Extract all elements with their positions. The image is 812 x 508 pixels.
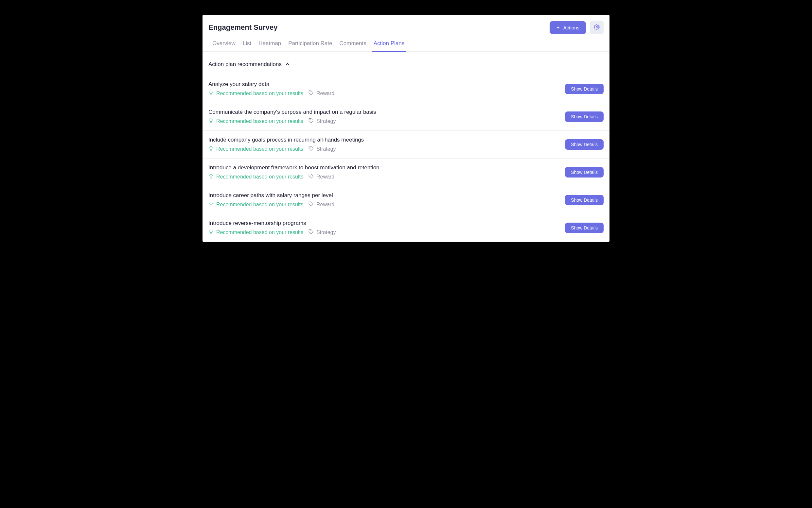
recommendation-reason: Recommended based on your results bbox=[208, 229, 303, 236]
tab-action-plans[interactable]: Action Plans bbox=[374, 40, 405, 51]
recommendation-meta: Recommended based on your resultsReward bbox=[208, 90, 334, 97]
recommendation-title: Introduce a development framework to boo… bbox=[208, 164, 380, 171]
recommendation-category-text: Reward bbox=[316, 202, 334, 208]
tag-icon bbox=[309, 229, 314, 236]
recommendation-category: Strategy bbox=[309, 118, 336, 125]
chevron-down-icon bbox=[556, 25, 560, 30]
tab-heatmap[interactable]: Heatmap bbox=[259, 40, 281, 51]
recommendation-reason: Recommended based on your results bbox=[208, 201, 303, 208]
gear-icon bbox=[594, 24, 600, 31]
svg-point-2 bbox=[310, 119, 310, 120]
svg-point-5 bbox=[310, 203, 310, 203]
show-details-button[interactable]: Show Details bbox=[565, 167, 604, 177]
recommendation-content: Include company goals process in recurri… bbox=[208, 137, 364, 152]
tag-icon bbox=[309, 174, 314, 180]
svg-point-3 bbox=[310, 147, 310, 147]
lightbulb-icon bbox=[208, 229, 214, 236]
tab-comments[interactable]: Comments bbox=[340, 40, 366, 51]
recommendation-title: Analyze your salary data bbox=[208, 81, 334, 88]
svg-point-1 bbox=[310, 91, 310, 92]
actions-dropdown-button[interactable]: Actions bbox=[550, 21, 586, 34]
recommendation-meta: Recommended based on your resultsStrateg… bbox=[208, 146, 364, 152]
svg-point-4 bbox=[310, 175, 310, 175]
header-actions: Actions bbox=[550, 20, 604, 34]
recommendation-category-text: Reward bbox=[316, 174, 334, 180]
svg-point-0 bbox=[596, 26, 598, 28]
recommendation-meta: Recommended based on your resultsStrateg… bbox=[208, 229, 336, 236]
tabs-bar: OverviewListHeatmapParticipation RateCom… bbox=[202, 34, 610, 52]
recommendation-category: Reward bbox=[309, 201, 334, 208]
chevron-up-icon bbox=[285, 61, 289, 67]
recommendation-reason-text: Recommended based on your results bbox=[216, 174, 303, 180]
recommendation-category-text: Strategy bbox=[316, 118, 336, 124]
section-toggle[interactable]: Action plan recommendations bbox=[202, 54, 610, 75]
recommendation-row: Analyze your salary dataRecommended base… bbox=[202, 75, 610, 103]
recommendation-meta: Recommended based on your resultsReward bbox=[208, 174, 380, 180]
recommendation-category: Reward bbox=[309, 174, 334, 180]
recommendation-meta: Recommended based on your resultsStrateg… bbox=[208, 118, 376, 125]
recommendation-content: Introduce reverse-mentorship programsRec… bbox=[208, 220, 336, 236]
recommendation-reason-text: Recommended based on your results bbox=[216, 91, 303, 96]
recommendation-reason: Recommended based on your results bbox=[208, 146, 303, 152]
app-window: Engagement Survey Actions OverviewListHe… bbox=[202, 15, 610, 242]
section-title: Action plan recommendations bbox=[208, 61, 282, 68]
tag-icon bbox=[309, 146, 314, 152]
lightbulb-icon bbox=[208, 90, 214, 97]
recommendation-category-text: Strategy bbox=[316, 146, 336, 152]
tag-icon bbox=[309, 90, 314, 97]
recommendation-meta: Recommended based on your resultsReward bbox=[208, 201, 334, 208]
recommendation-row: Introduce reverse-mentorship programsRec… bbox=[202, 214, 610, 242]
show-details-button[interactable]: Show Details bbox=[565, 112, 604, 122]
recommendation-content: Introduce a development framework to boo… bbox=[208, 164, 380, 180]
recommendation-row: Introduce career paths with salary range… bbox=[202, 186, 610, 214]
tab-list[interactable]: List bbox=[243, 40, 251, 51]
recommendation-title: Include company goals process in recurri… bbox=[208, 137, 364, 143]
recommendation-reason: Recommended based on your results bbox=[208, 118, 303, 125]
tag-icon bbox=[309, 118, 314, 125]
recommendation-reason: Recommended based on your results bbox=[208, 90, 303, 97]
page-title: Engagement Survey bbox=[208, 23, 278, 32]
recommendation-category: Reward bbox=[309, 90, 334, 97]
lightbulb-icon bbox=[208, 174, 214, 180]
tag-icon bbox=[309, 201, 314, 208]
recommendation-content: Communicate the company's purpose and im… bbox=[208, 109, 376, 125]
recommendation-category: Strategy bbox=[309, 146, 336, 152]
recommendations-list: Analyze your salary dataRecommended base… bbox=[202, 75, 610, 242]
lightbulb-icon bbox=[208, 118, 214, 125]
lightbulb-icon bbox=[208, 201, 214, 208]
show-details-button[interactable]: Show Details bbox=[565, 139, 604, 150]
recommendation-category-text: Reward bbox=[316, 91, 334, 96]
tab-participation-rate[interactable]: Participation Rate bbox=[288, 40, 332, 51]
recommendation-title: Introduce reverse-mentorship programs bbox=[208, 220, 336, 226]
recommendation-content: Analyze your salary dataRecommended base… bbox=[208, 81, 334, 97]
show-details-button[interactable]: Show Details bbox=[565, 195, 604, 205]
recommendation-reason-text: Recommended based on your results bbox=[216, 118, 303, 124]
recommendation-title: Communicate the company's purpose and im… bbox=[208, 109, 376, 115]
recommendation-reason-text: Recommended based on your results bbox=[216, 202, 303, 208]
show-details-button[interactable]: Show Details bbox=[565, 223, 604, 233]
tab-overview[interactable]: Overview bbox=[212, 40, 236, 51]
svg-point-6 bbox=[310, 230, 310, 231]
recommendation-category-text: Strategy bbox=[316, 229, 336, 236]
recommendation-reason-text: Recommended based on your results bbox=[216, 146, 303, 152]
recommendation-reason: Recommended based on your results bbox=[208, 174, 303, 180]
recommendation-category: Strategy bbox=[309, 229, 336, 236]
show-details-button[interactable]: Show Details bbox=[565, 84, 604, 94]
lightbulb-icon bbox=[208, 146, 214, 152]
actions-label: Actions bbox=[564, 25, 579, 30]
recommendation-title: Introduce career paths with salary range… bbox=[208, 192, 334, 199]
recommendation-row: Include company goals process in recurri… bbox=[202, 131, 610, 159]
recommendation-row: Communicate the company's purpose and im… bbox=[202, 103, 610, 131]
settings-button[interactable] bbox=[590, 20, 604, 34]
recommendation-reason-text: Recommended based on your results bbox=[216, 229, 303, 236]
recommendation-content: Introduce career paths with salary range… bbox=[208, 192, 334, 208]
recommendation-row: Introduce a development framework to boo… bbox=[202, 159, 610, 186]
header: Engagement Survey Actions bbox=[202, 15, 610, 34]
